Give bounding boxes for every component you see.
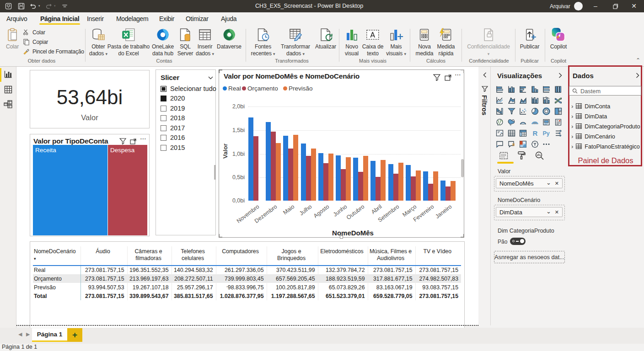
- svg-text:Py: Py: [543, 130, 550, 137]
- svg-text:R: R: [533, 129, 538, 137]
